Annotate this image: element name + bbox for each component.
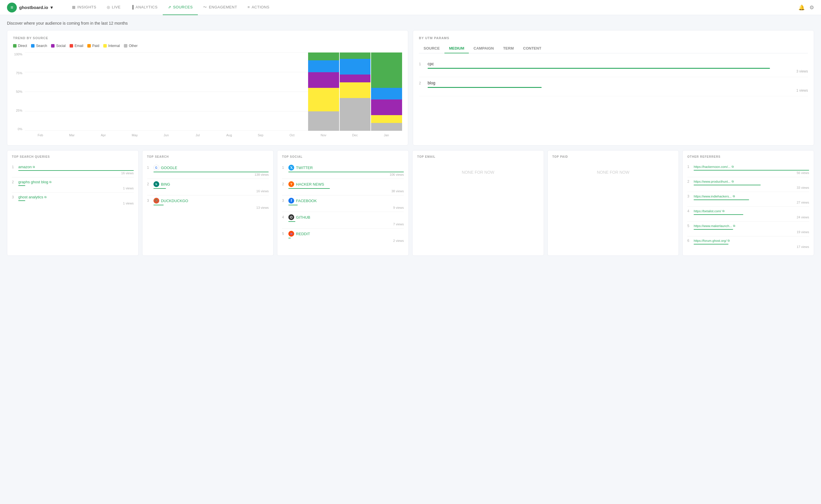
item-bar <box>18 170 134 171</box>
list-item-label: BING <box>161 182 269 186</box>
actions-label: ACTIONS <box>251 5 269 9</box>
list-item-label[interactable]: graphs ghost blog ⧉ <box>18 180 134 184</box>
settings-gear-icon[interactable]: ⚙ <box>809 4 814 11</box>
duckduckgo-icon: 🦆 <box>153 198 159 204</box>
external-link-icon[interactable]: ⧉ <box>722 209 724 213</box>
list-item-label[interactable]: https://betalist.com/ ⧉ <box>694 209 809 213</box>
google-icon: G <box>153 165 159 171</box>
chart-col <box>371 52 402 131</box>
external-link-icon[interactable]: ⧉ <box>733 224 735 228</box>
list-item: 1 G GOOGLE 138 views <box>147 162 269 179</box>
nav-item-sources[interactable]: ⇗ SOURCES <box>163 0 198 15</box>
list-item-label[interactable]: https://www.indiehackers... ⧉ <box>694 195 809 198</box>
utm-row-label: cpc <box>428 61 808 66</box>
x-label: Aug <box>213 133 245 137</box>
utm-tab-source[interactable]: SOURCE <box>419 44 445 53</box>
utm-tab-campaign[interactable]: CAMPAIGN <box>469 44 499 53</box>
engagement-icon: 〜 <box>203 5 207 10</box>
item-bar <box>694 214 743 215</box>
list-item-views: 17 views <box>694 245 809 249</box>
top-search-queries-title: TOP SEARCH QUERIES <box>12 155 134 158</box>
y-label: 100% <box>14 52 22 56</box>
sources-icon: ⇗ <box>168 5 171 9</box>
trend-card: TREND BY SOURCE DirectSearchSocialEmailP… <box>7 30 408 146</box>
y-label: 75% <box>16 71 22 75</box>
external-link-icon[interactable]: ⧉ <box>733 195 735 198</box>
nav-item-analytics[interactable]: ▐ ANALYTICS <box>126 0 163 15</box>
list-item-label[interactable]: https://hackernoon.com/... ⧉ <box>694 165 809 168</box>
page-content: Discover where your audience is coming f… <box>0 15 821 262</box>
item-bar <box>288 188 330 189</box>
github-icon: ⌬ <box>288 214 294 220</box>
chart-segment-internal <box>308 88 339 111</box>
external-link-icon[interactable]: ⧉ <box>33 165 35 169</box>
x-label: Apr <box>88 133 119 137</box>
item-bar <box>694 244 728 244</box>
top-email-card: TOP EMAIL NONE FOR NOW <box>412 150 544 256</box>
utm-tab-term[interactable]: TERM <box>499 44 519 53</box>
x-label: Nov <box>308 133 339 137</box>
list-item: 3 f FACEBOOK 9 views <box>282 195 404 212</box>
x-label: Jun <box>151 133 182 137</box>
list-item-label[interactable]: https://www.makerlaunch... ⧉ <box>694 224 809 228</box>
chart-segment-social <box>308 72 339 88</box>
list-item-label[interactable]: amazon ⧉ <box>18 165 134 169</box>
legend-item-social: Social <box>51 44 66 48</box>
list-item-num: 3 <box>12 195 17 199</box>
chart-segment-search <box>371 88 402 100</box>
item-bar <box>694 200 749 200</box>
top-search-card: TOP SEARCH 1 G GOOGLE 138 views 2 b BING… <box>142 150 274 256</box>
item-bar <box>694 185 761 185</box>
list-item-label: TWITTER <box>296 166 404 170</box>
utm-tab-medium[interactable]: MEDIUM <box>445 44 469 53</box>
list-item-num: 6 <box>687 239 692 243</box>
chart-bars <box>25 52 402 131</box>
list-item-num: 1 <box>12 165 17 169</box>
external-link-icon[interactable]: ⧉ <box>732 165 734 168</box>
item-bar <box>18 185 25 186</box>
hackernews-icon: Y <box>288 181 294 187</box>
list-item: 1 amazon ⧉ 16 views <box>12 162 134 177</box>
external-link-icon[interactable]: ⧉ <box>732 180 734 183</box>
list-item-num: 2 <box>687 180 692 184</box>
nav-item-insights[interactable]: ▦ INSIGHTS <box>67 0 101 15</box>
brand-chevron: ▾ <box>50 5 53 10</box>
list-item-label[interactable]: ghost analytics ⧉ <box>18 195 134 199</box>
external-link-icon[interactable]: ⧉ <box>44 195 46 199</box>
list-item-label[interactable]: https://forum.ghost.org/ ⧉ <box>694 239 809 242</box>
chart-segment-direct <box>371 52 402 88</box>
list-item-views: 2 views <box>288 239 404 242</box>
insights-icon: ▦ <box>72 5 76 9</box>
list-item-label[interactable]: https://www.producthunt... ⧉ <box>694 180 809 183</box>
list-item-views: 24 views <box>694 215 809 219</box>
list-item-views: 7 views <box>288 222 404 226</box>
utm-card: BY UTM PARAMS SOURCEMEDIUMCAMPAIGNTERMCO… <box>413 30 814 146</box>
list-item-num: 1 <box>282 166 287 170</box>
list-item-num: 5 <box>687 224 692 228</box>
list-item-num: 3 <box>147 199 152 203</box>
top-social-list: 1 𝕏 TWITTER 106 views 2 Y HACKER NEWS 38… <box>282 162 404 245</box>
x-label: Oct <box>276 133 307 137</box>
facebook-icon: f <box>288 198 294 204</box>
external-link-icon[interactable]: ⧉ <box>728 239 730 242</box>
item-bar <box>288 238 291 238</box>
utm-row-num: 2 <box>419 81 425 85</box>
chart-x-labels: FebMarAprMayJunJulAugSepOctNovDecJan <box>25 131 402 139</box>
top-search-title: TOP SEARCH <box>147 155 269 158</box>
search-queries-list: 1 amazon ⧉ 16 views 2 graphs ghost blog … <box>12 162 134 207</box>
brand[interactable]: ≡ ghostboard.io ▾ <box>7 3 53 12</box>
external-link-icon[interactable]: ⧉ <box>49 180 51 184</box>
x-label: Feb <box>25 133 56 137</box>
list-item-num: 5 <box>282 232 287 236</box>
list-item: 4 ⌬ GITHUB 7 views <box>282 212 404 229</box>
nav-item-engagement[interactable]: 〜 ENGAGEMENT <box>198 0 242 15</box>
utm-tab-content[interactable]: CONTENT <box>519 44 546 53</box>
notification-bell-icon[interactable]: 🔔 <box>798 4 805 11</box>
chart-segment-search <box>340 59 371 75</box>
list-item-views: 56 views <box>694 171 809 175</box>
nav-item-actions[interactable]: ≡ ACTIONS <box>242 0 274 15</box>
list-item-label: GITHUB <box>296 215 404 220</box>
list-item-num: 3 <box>687 194 692 198</box>
nav-item-live[interactable]: ◎ LIVE <box>101 0 126 15</box>
item-bar <box>288 221 295 222</box>
